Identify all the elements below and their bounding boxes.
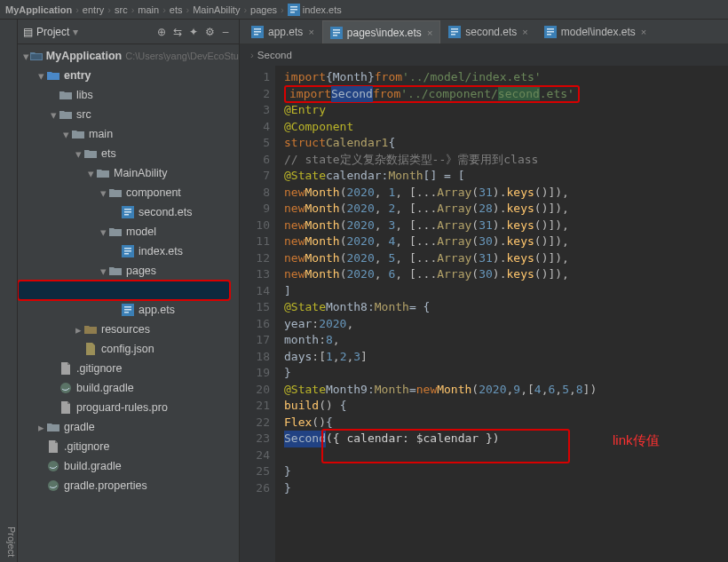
tree-arrow-icon[interactable]: ▾ <box>98 186 108 200</box>
tree-arrow-icon[interactable]: ▾ <box>85 167 96 180</box>
tree-item[interactable]: gradle.properties <box>18 476 239 495</box>
code-line[interactable]: days:[1,2,3] <box>284 349 728 366</box>
line-number: 1 <box>240 69 270 86</box>
code-line[interactable]: new Month(2020, 1, [...Array(31).keys()]… <box>284 185 728 202</box>
line-number: 21 <box>240 398 270 415</box>
close-icon[interactable]: × <box>308 27 313 37</box>
tree-arrow-icon[interactable]: ▾ <box>73 147 83 161</box>
tree-item[interactable]: ▾pages <box>18 261 239 281</box>
project-tree[interactable]: ▾MyApplicationC:\Users\yang\DevEcoStu▾en… <box>18 44 239 562</box>
tree-item[interactable]: ▾ets <box>18 144 239 163</box>
tree-item[interactable]: ▾entry <box>18 66 239 85</box>
editor-tab[interactable]: model\index.ets× <box>536 20 654 44</box>
code-line[interactable]: } <box>284 365 728 382</box>
tree-item[interactable]: ▾model <box>18 222 239 241</box>
tree-item[interactable]: config.json <box>18 339 239 359</box>
breadcrumb-file[interactable]: index.ets <box>303 4 342 15</box>
hide-button[interactable]: – <box>218 24 233 40</box>
code-line[interactable]: @State Month8:Month = { <box>284 299 728 316</box>
line-number: 22 <box>240 415 270 431</box>
editor-area: app.ets×pages\index.ets×second.ets×model… <box>240 20 728 562</box>
tree-item[interactable]: build.gradle <box>18 378 239 398</box>
select-opened-file-button[interactable]: ⊕ <box>154 24 170 40</box>
tree-item[interactable]: ▾MainAbility <box>18 163 239 183</box>
tree-arrow-icon[interactable]: ▾ <box>98 226 108 239</box>
editor-tab[interactable]: second.ets× <box>440 20 535 44</box>
code-line[interactable]: @State Month9:Month = new Month(2020,9,[… <box>284 382 728 399</box>
gear-icon[interactable]: ⚙ <box>202 24 218 40</box>
tab-label: app.ets <box>268 26 303 38</box>
tree-arrow-icon[interactable]: ▾ <box>60 128 71 141</box>
svg-rect-10 <box>124 248 131 249</box>
code-line[interactable]: @Entry <box>284 102 728 119</box>
tree-item-label: second.ets <box>138 206 192 218</box>
tree-item[interactable]: libs <box>18 85 239 105</box>
breadcrumb-segment[interactable]: MyApplication <box>5 4 72 15</box>
line-number: 20 <box>240 382 270 399</box>
line-number: 25 <box>240 463 270 480</box>
tree-item[interactable]: ▸gradle <box>18 417 239 437</box>
code-line[interactable]: new Month(2020, 3, [...Array(31).keys()]… <box>284 218 728 234</box>
tool-window-left-gutter[interactable]: Project <box>0 20 18 562</box>
code-line[interactable]: new Month(2020, 2, [...Array(28).keys()]… <box>284 201 728 218</box>
code-line[interactable]: ] <box>284 283 728 300</box>
editor-breadcrumb[interactable]: ›Second <box>240 44 728 66</box>
code-line[interactable]: year:2020, <box>284 316 728 333</box>
tree-arrow-icon[interactable]: ▸ <box>36 421 46 434</box>
tree-arrow-icon[interactable]: ▾ <box>98 265 108 278</box>
code-line[interactable]: } <box>284 480 728 497</box>
tree-arrow-icon[interactable]: ▾ <box>48 108 59 122</box>
tree-arrow-icon[interactable]: ▾ <box>23 50 30 63</box>
editor-tab[interactable]: app.ets× <box>243 20 322 44</box>
gutter-line-numbers: 1234567891011121314151617181920212223242… <box>240 66 275 562</box>
breadcrumb-segment[interactable]: pages <box>250 4 277 15</box>
code-line[interactable]: new Month(2020, 5, [...Array(31).keys()]… <box>284 250 728 267</box>
code-editor[interactable]: 1234567891011121314151617181920212223242… <box>240 66 728 562</box>
code-line[interactable]: } <box>284 463 728 480</box>
tree-item[interactable]: .gitignore <box>18 359 239 378</box>
tree-item[interactable]: ▾MyApplicationC:\Users\yang\DevEcoStu <box>18 46 239 66</box>
code-line[interactable]: month:8, <box>284 332 728 349</box>
breadcrumb-segment[interactable]: main <box>138 4 159 15</box>
code-line[interactable]: new Month(2020, 6, [...Array(30).keys()]… <box>284 266 728 283</box>
tree-item[interactable] <box>18 281 230 300</box>
tree-item[interactable]: second.ets <box>18 202 239 222</box>
editor-tab[interactable]: pages\index.ets× <box>322 20 441 44</box>
tree-arrow-icon[interactable]: ▸ <box>73 323 83 336</box>
code-line[interactable]: @State calendar: Month[] = [ <box>284 168 728 185</box>
code-line[interactable]: import Second from '../component/second.… <box>284 86 728 103</box>
breadcrumb-segment[interactable]: src <box>115 4 128 15</box>
tree-arrow-icon[interactable]: ▾ <box>36 69 46 83</box>
show-options-button[interactable]: ✦ <box>186 24 202 40</box>
close-icon[interactable]: × <box>641 27 646 37</box>
expand-all-button[interactable]: ⇆ <box>170 24 186 40</box>
tree-item[interactable]: ▾main <box>18 124 239 144</box>
close-icon[interactable]: × <box>522 27 527 37</box>
code-line[interactable]: // state定义复杂数据类型--》需要用到class <box>284 152 728 169</box>
code-line[interactable]: new Month(2020, 4, [...Array(30).keys()]… <box>284 234 728 250</box>
breadcrumb-segment[interactable]: MainAbility <box>193 4 240 15</box>
code-line[interactable]: @Component <box>284 119 728 136</box>
tree-item[interactable]: build.gradle <box>18 456 239 476</box>
code-line[interactable]: build() { <box>284 398 728 415</box>
svg-rect-27 <box>333 35 337 36</box>
breadcrumb-segment[interactable]: entry <box>83 4 104 15</box>
tree-item[interactable]: proguard-rules.pro <box>18 398 239 417</box>
tree-item[interactable]: app.ets <box>18 300 239 320</box>
tree-item[interactable]: index.ets <box>18 241 239 261</box>
tree-item[interactable]: .gitignore <box>18 437 239 456</box>
tree-item-label: model <box>126 226 156 238</box>
tab-label: model\index.ets <box>561 26 636 38</box>
tree-item[interactable]: ▾src <box>18 105 239 124</box>
file-icon <box>59 401 73 414</box>
line-number: 7 <box>240 168 270 185</box>
tree-item[interactable]: ▾component <box>18 183 239 202</box>
tree-item-label: app.ets <box>138 304 175 316</box>
code-line[interactable]: struct Calendar1 { <box>284 135 728 152</box>
code-line[interactable]: import {Month} from '../model/index.ets' <box>284 69 728 86</box>
ets-file-icon <box>544 26 557 38</box>
close-icon[interactable]: × <box>427 28 432 38</box>
tree-item[interactable]: ▸resources <box>18 320 239 339</box>
code-content[interactable]: import {Month} from '../model/index.ets'… <box>275 66 728 562</box>
breadcrumb-segment[interactable]: ets <box>170 4 183 15</box>
